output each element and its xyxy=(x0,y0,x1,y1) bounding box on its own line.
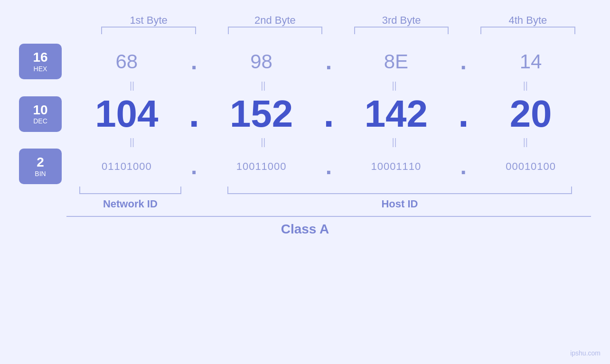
top-brackets-row xyxy=(19,27,591,34)
bin-value-1: 01101000 xyxy=(66,160,187,173)
bin-value-2: 10011000 xyxy=(201,160,322,173)
bin-dot-1: . xyxy=(187,155,201,178)
equals-row-1: || || || || xyxy=(19,80,591,91)
hex-value-2: 98 xyxy=(201,50,322,73)
byte-header-3: 3rd Byte xyxy=(338,14,465,27)
network-bracket-wrap xyxy=(66,187,194,194)
equals-row-2: || || || || xyxy=(19,137,591,148)
byte-header-2: 2nd Byte xyxy=(212,14,338,27)
top-bracket-shape-1 xyxy=(101,27,196,34)
hex-dot-3: . xyxy=(456,50,470,73)
byte-headers-row: 1st Byte 2nd Byte 3rd Byte 4th Byte xyxy=(19,14,591,27)
hex-value-4: 14 xyxy=(470,50,591,73)
network-bracket-shape xyxy=(79,187,181,194)
bin-value-3: 10001110 xyxy=(336,160,457,173)
watermark: ipshu.com xyxy=(570,349,601,357)
dec-dot-1: . xyxy=(187,95,201,133)
dec-row: 10 DEC 104 . 152 . 142 . 20 xyxy=(19,92,591,136)
class-line xyxy=(66,216,591,217)
hex-badge: 16 HEX xyxy=(19,44,62,79)
equals-2-4: || xyxy=(460,137,591,148)
hex-dot-2: . xyxy=(322,50,336,73)
hex-row: 16 HEX 68 . 98 . 8E . 14 xyxy=(19,44,591,79)
top-bracket-shape-2 xyxy=(228,27,323,34)
top-bracket-3 xyxy=(338,27,465,34)
bin-value-4: 00010100 xyxy=(470,160,591,173)
host-id-label: Host ID xyxy=(208,198,591,210)
dec-value-2: 152 xyxy=(201,92,322,136)
dec-badge-number: 10 xyxy=(33,103,47,118)
hex-value-3: 8E xyxy=(336,50,457,73)
bottom-brackets-row xyxy=(19,187,591,194)
dec-values-row: 104 . 152 . 142 . 20 xyxy=(66,92,591,136)
main-container: 1st Byte 2nd Byte 3rd Byte 4th Byte 16 H… xyxy=(0,0,610,364)
hex-badge-number: 16 xyxy=(33,50,47,65)
byte-header-4: 4th Byte xyxy=(465,14,591,27)
top-bracket-2 xyxy=(212,27,338,34)
host-bracket-wrap xyxy=(208,187,591,194)
equals-1-2: || xyxy=(197,80,328,91)
hex-values-row: 68 . 98 . 8E . 14 xyxy=(66,50,591,73)
bottom-section: Network ID Host ID xyxy=(19,187,591,210)
top-bracket-shape-3 xyxy=(354,27,449,34)
bin-badge: 2 BIN xyxy=(19,149,62,184)
bin-dot-2: . xyxy=(322,155,336,178)
class-section: Class A xyxy=(19,216,591,237)
bin-dot-3: . xyxy=(456,155,470,178)
top-bracket-shape-4 xyxy=(480,27,575,34)
bottom-labels-row: Network ID Host ID xyxy=(19,198,591,210)
bin-badge-number: 2 xyxy=(37,155,44,170)
bin-badge-label: BIN xyxy=(35,170,46,177)
dec-value-1: 104 xyxy=(66,92,187,136)
dec-dot-3: . xyxy=(456,95,470,133)
dec-value-3: 142 xyxy=(336,92,457,136)
hex-badge-label: HEX xyxy=(34,65,47,73)
class-label: Class A xyxy=(19,222,591,237)
dec-dot-2: . xyxy=(322,95,336,133)
dec-badge: 10 DEC xyxy=(19,96,62,132)
dec-value-4: 20 xyxy=(470,92,591,136)
top-bracket-1 xyxy=(85,27,212,34)
equals-2-2: || xyxy=(197,137,328,148)
hex-dot-1: . xyxy=(187,50,201,73)
equals-2-3: || xyxy=(329,137,460,148)
bin-row: 2 BIN 01101000 . 10011000 . 10001110 . 0… xyxy=(19,149,591,184)
bin-values-row: 01101000 . 10011000 . 10001110 . 0001010… xyxy=(66,155,591,178)
equals-1-3: || xyxy=(329,80,460,91)
network-id-label: Network ID xyxy=(66,198,194,210)
equals-2-1: || xyxy=(66,137,197,148)
host-bracket-shape xyxy=(227,187,572,194)
equals-1-1: || xyxy=(66,80,197,91)
hex-value-1: 68 xyxy=(66,50,187,73)
byte-header-1: 1st Byte xyxy=(85,14,212,27)
top-bracket-4 xyxy=(465,27,591,34)
dec-badge-label: DEC xyxy=(33,117,47,125)
equals-1-4: || xyxy=(460,80,591,91)
